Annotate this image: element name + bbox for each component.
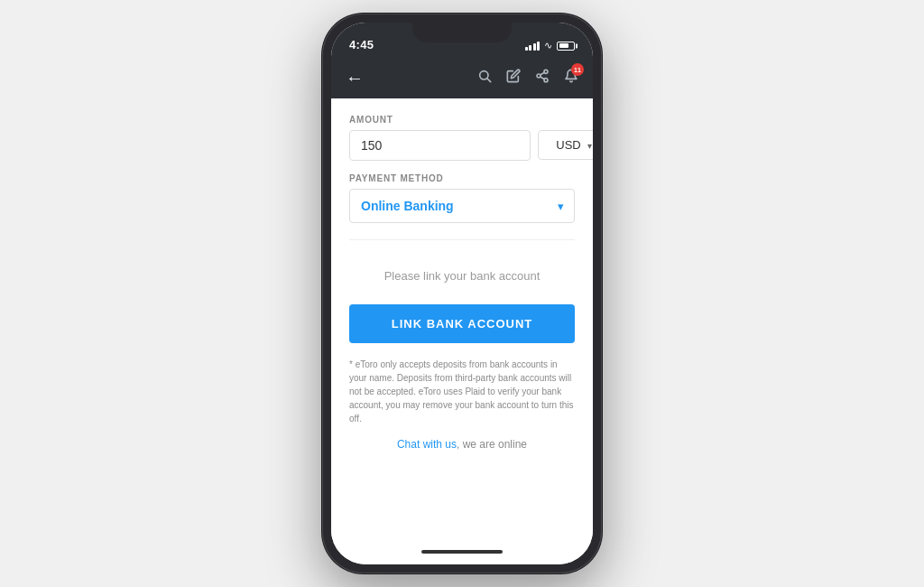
- home-bar: [421, 550, 503, 554]
- signal-icon: [525, 41, 541, 51]
- amount-label: AMOUNT: [349, 115, 575, 125]
- search-icon[interactable]: [477, 69, 492, 87]
- share-icon[interactable]: [535, 69, 550, 87]
- chat-link[interactable]: Chat with us: [397, 438, 457, 451]
- payment-method-select[interactable]: Online Banking Credit Card PayPal: [349, 189, 575, 223]
- amount-section: AMOUNT USD EUR GBP: [349, 115, 575, 161]
- edit-icon[interactable]: [506, 69, 521, 87]
- status-icons: ∿: [525, 40, 576, 51]
- link-bank-button[interactable]: LINK BANK ACCOUNT: [349, 304, 575, 343]
- payment-method-label: PAYMENT METHOD: [349, 173, 575, 183]
- status-time: 4:45: [349, 38, 374, 51]
- wifi-icon: ∿: [544, 40, 552, 51]
- chat-suffix: , we are online: [457, 438, 527, 451]
- toolbar-left: ←: [346, 68, 364, 89]
- payment-method-wrapper: Online Banking Credit Card PayPal: [349, 189, 575, 223]
- divider: [349, 239, 575, 240]
- toolbar-right: 11: [477, 69, 578, 87]
- link-bank-prompt: Please link your bank account: [349, 256, 575, 292]
- toolbar: ←: [331, 57, 593, 98]
- svg-line-6: [541, 72, 545, 75]
- amount-row: USD EUR GBP: [349, 130, 575, 161]
- currency-select[interactable]: USD EUR GBP: [538, 130, 593, 160]
- disclaimer-text: * eToro only accepts deposits from bank …: [349, 358, 575, 425]
- battery-icon: [557, 42, 575, 51]
- home-indicator: [331, 539, 593, 564]
- notifications-icon[interactable]: 11: [564, 69, 578, 87]
- currency-wrapper: USD EUR GBP: [538, 130, 593, 161]
- amount-input[interactable]: [349, 130, 531, 161]
- svg-line-5: [541, 77, 545, 79]
- form-content: AMOUNT USD EUR GBP PAYMENT METHOD: [331, 98, 593, 539]
- svg-line-1: [487, 79, 491, 82]
- phone-frame: 4:45 ∿ ←: [322, 14, 602, 573]
- notification-badge: 11: [571, 63, 584, 76]
- payment-method-section: PAYMENT METHOD Online Banking Credit Car…: [349, 173, 575, 223]
- back-button[interactable]: ←: [346, 68, 364, 89]
- phone-screen: 4:45 ∿ ←: [331, 23, 593, 564]
- chat-line: Chat with us, we are online: [349, 438, 575, 451]
- phone-notch: [412, 23, 512, 42]
